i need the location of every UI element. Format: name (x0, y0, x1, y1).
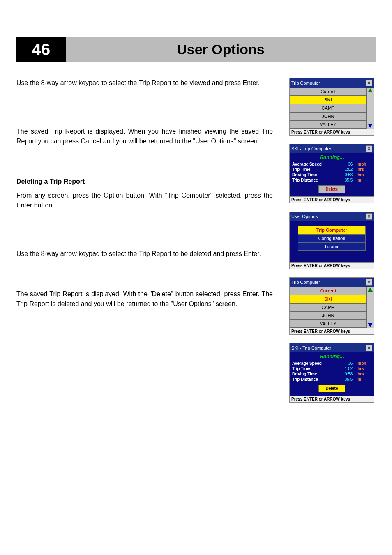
body-text-column: Use the 8-way arrow keypad to select the… (16, 78, 273, 403)
menu-item[interactable]: Tutorial (298, 242, 366, 251)
window-title: SKI - Trip Computer (291, 345, 366, 350)
paragraph-5: The saved Trip Report is displayed. With… (16, 289, 273, 309)
page-title: User Options (66, 37, 376, 62)
footer-hint: Press ENTER or ARROW keys (290, 129, 374, 135)
close-icon[interactable]: × (366, 279, 372, 286)
paragraph-3: From any screen, press the Option button… (16, 191, 273, 210)
list-item[interactable]: JOHN (290, 112, 367, 120)
screenshots-column: Trip Computer × Current SKI CAMP JOHN VA… (289, 78, 376, 403)
paragraph-2: The saved Trip Report is displayed. When… (16, 127, 273, 146)
list-item[interactable]: CAMP (290, 303, 367, 311)
stats-table: Average Speed36mph Trip Time1:02hrs Driv… (290, 361, 374, 382)
scroll-up-icon[interactable] (368, 288, 373, 292)
delete-button[interactable]: Delete (318, 185, 345, 193)
scroll-up-icon[interactable] (368, 88, 373, 92)
status-text: Running... (290, 352, 374, 361)
window-title: Trip Computer (291, 81, 366, 85)
stats-table: Average Speed36mph Trip Time1:02hrs Driv… (290, 161, 374, 183)
close-icon[interactable]: × (366, 80, 372, 86)
window-title: SKI - Trip Computer (291, 146, 366, 151)
screenshot-trip-list-1: Trip Computer × Current SKI CAMP JOHN VA… (289, 78, 374, 136)
footer-hint: Press ENTER or ARROW keys (290, 396, 374, 402)
menu-item-selected[interactable]: Trip Computer (298, 226, 366, 234)
section-heading: Deleting a Trip Report (16, 177, 273, 187)
screenshot-trip-detail-1: SKI - Trip Computer × Running... Average… (289, 144, 374, 203)
footer-hint: Press ENTER or ARROW keys (290, 196, 374, 203)
list-item[interactable]: VALLEY (290, 120, 367, 129)
screenshot-trip-detail-2: SKI - Trip Computer × Running... Average… (289, 343, 374, 403)
scroll-down-icon[interactable] (368, 124, 373, 128)
status-text: Running... (290, 153, 374, 161)
page-number: 46 (16, 37, 66, 62)
close-icon[interactable]: × (366, 145, 372, 152)
list-item-selected[interactable]: SKI (290, 96, 367, 104)
list-item[interactable]: Current (290, 287, 367, 295)
close-icon[interactable]: × (366, 345, 372, 351)
paragraph-4: Use the 8-way arrow keypad to select the… (16, 249, 273, 259)
footer-hint: Press ENTER or ARROW keys (290, 262, 374, 269)
paragraph-1: Use the 8-way arrow keypad to select the… (16, 78, 273, 88)
list-item-selected[interactable]: SKI (290, 295, 367, 303)
menu-item[interactable]: Configuration (298, 234, 366, 242)
scrollbar[interactable] (367, 88, 374, 129)
window-title: Trip Computer (291, 280, 366, 285)
screenshot-user-options: User Options × Trip Computer Configurati… (289, 212, 374, 269)
list-item[interactable]: CAMP (290, 104, 367, 112)
footer-hint: Press ENTER or ARROW keys (290, 328, 374, 334)
page-header: 46 User Options (16, 37, 376, 62)
close-icon[interactable]: × (366, 213, 372, 220)
screenshot-trip-list-2: Trip Computer × Current SKI CAMP JOHN VA… (289, 277, 374, 335)
list-item[interactable]: VALLEY (290, 320, 367, 328)
delete-button-selected[interactable]: Delete (318, 385, 345, 392)
scroll-down-icon[interactable] (368, 323, 373, 327)
list-item[interactable]: JOHN (290, 311, 367, 320)
scrollbar[interactable] (367, 287, 374, 328)
window-title: User Options (291, 214, 366, 219)
list-item[interactable]: Current (290, 88, 367, 96)
